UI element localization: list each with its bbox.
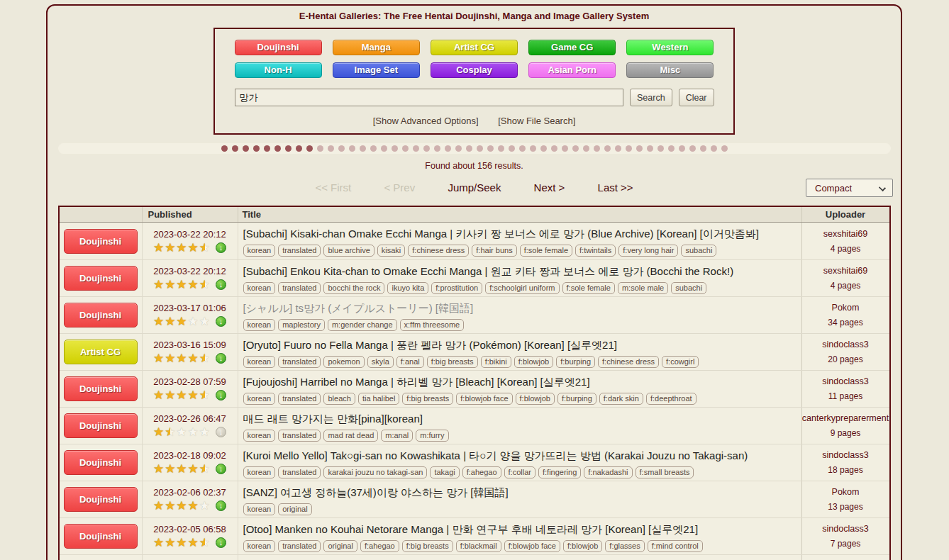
- page-dot[interactable]: [274, 145, 281, 152]
- last-page-link[interactable]: Last >>: [598, 181, 633, 194]
- category-badge[interactable]: Artist CG: [64, 340, 138, 364]
- category-button-artist-cg[interactable]: Artist CG: [431, 40, 518, 55]
- page-dot[interactable]: [551, 145, 557, 152]
- uploader-link[interactable]: Pokom: [832, 487, 860, 497]
- page-dot[interactable]: [360, 145, 366, 152]
- page-dot[interactable]: [434, 145, 440, 152]
- page-dot[interactable]: [711, 145, 717, 152]
- page-dot[interactable]: [604, 145, 611, 152]
- page-dot[interactable]: [498, 145, 504, 152]
- category-button-western[interactable]: Western: [626, 40, 714, 55]
- page-dot[interactable]: [349, 145, 355, 152]
- page-dot[interactable]: [264, 145, 270, 152]
- download-icon[interactable]: ↓: [216, 242, 226, 253]
- download-icon[interactable]: ↓: [216, 390, 226, 401]
- show-file-search-link[interactable]: [Show File Search]: [498, 116, 575, 126]
- page-dot[interactable]: [572, 145, 579, 152]
- gallery-title-link[interactable]: [SANZ] 여고생 정하늘(37세)이랑 야스하는 망가 [韓国語]: [243, 486, 799, 500]
- page-dot[interactable]: [253, 145, 260, 152]
- page-dot[interactable]: [519, 145, 526, 152]
- page-dot[interactable]: [466, 145, 472, 152]
- page-dot[interactable]: [232, 145, 238, 152]
- category-button-non-h[interactable]: Non-H: [235, 62, 322, 78]
- uploader-link[interactable]: canterkypreparerment: [802, 413, 889, 423]
- page-dot[interactable]: [392, 145, 398, 152]
- page-dot[interactable]: [328, 145, 334, 152]
- page-dot[interactable]: [509, 145, 515, 152]
- page-dot[interactable]: [689, 145, 696, 152]
- search-button[interactable]: Search: [630, 89, 672, 106]
- category-button-doujinshi[interactable]: Doujinshi: [235, 40, 322, 55]
- page-dot[interactable]: [615, 145, 621, 152]
- page-dot[interactable]: [285, 145, 292, 152]
- category-badge[interactable]: Doujinshi: [64, 229, 138, 254]
- category-badge[interactable]: Doujinshi: [64, 303, 138, 327]
- page-dot[interactable]: [243, 145, 249, 152]
- jump-seek-link[interactable]: Jump/Seek: [448, 181, 501, 194]
- gallery-title-link[interactable]: [Fujoujoshi] Harribel no Manga | 하리벨 망가 …: [243, 376, 799, 389]
- gallery-title-link[interactable]: [Subachi] Enkou Kita-chan to Omake Ecchi…: [243, 265, 799, 279]
- gallery-title-link[interactable]: [Subachi] Kisaki-chan Omake Ecchi Manga …: [243, 228, 799, 241]
- category-button-cosplay[interactable]: Cosplay: [431, 62, 518, 78]
- page-dot[interactable]: [647, 145, 653, 152]
- page-dot[interactable]: [455, 145, 462, 152]
- page-dot[interactable]: [562, 145, 568, 152]
- page-dot[interactable]: [423, 145, 430, 152]
- page-dot[interactable]: [221, 145, 228, 152]
- page-dot[interactable]: [306, 145, 313, 152]
- page-dot[interactable]: [487, 145, 494, 152]
- category-button-manga[interactable]: Manga: [333, 40, 420, 55]
- page-dot[interactable]: [445, 145, 451, 152]
- page-dot[interactable]: [679, 145, 685, 152]
- category-badge[interactable]: Doujinshi: [64, 376, 138, 401]
- uploader-link[interactable]: sexshitai69: [823, 229, 868, 239]
- uploader-link[interactable]: sindoclass3: [822, 340, 868, 349]
- clear-button[interactable]: Clear: [679, 89, 714, 106]
- category-button-game-cg[interactable]: Game CG: [528, 40, 616, 55]
- next-page-link[interactable]: Next >: [534, 181, 565, 194]
- download-icon[interactable]: ↓: [216, 500, 226, 511]
- page-dot[interactable]: [370, 145, 377, 152]
- category-badge[interactable]: Doujinshi: [64, 450, 138, 475]
- page-dot[interactable]: [381, 145, 387, 152]
- download-icon[interactable]: ↓: [216, 537, 226, 548]
- download-icon[interactable]: ↓: [216, 464, 226, 474]
- page-dot[interactable]: [413, 145, 419, 152]
- category-badge[interactable]: Doujinshi: [64, 524, 138, 549]
- search-input[interactable]: [235, 89, 624, 106]
- category-badge[interactable]: Doujinshi: [64, 413, 138, 438]
- page-dot[interactable]: [530, 145, 536, 152]
- gallery-title-link[interactable]: [Kuroi Mello Yello] Tak○gi-san no Kowash…: [243, 449, 799, 463]
- page-dot[interactable]: [402, 145, 409, 152]
- download-icon[interactable]: ↓: [216, 353, 226, 364]
- page-dot[interactable]: [626, 145, 632, 152]
- category-button-image-set[interactable]: Image Set: [333, 62, 420, 78]
- page-dot[interactable]: [338, 145, 345, 152]
- gallery-title-link[interactable]: [Oryuto] Fuuro no Fella Manga | 풍란 펠라 망가…: [243, 339, 799, 352]
- page-dot[interactable]: [583, 145, 589, 152]
- page-dot[interactable]: [668, 145, 675, 152]
- gallery-title-link[interactable]: [Otoo] Manken no Kouhai Netorare Manga |…: [243, 523, 799, 537]
- download-icon[interactable]: ↓: [216, 279, 226, 290]
- category-button-misc[interactable]: Misc: [626, 62, 714, 78]
- gallery-title-link[interactable]: 매드 래트 망가지는 만화[pina][korean]: [243, 413, 799, 426]
- page-dot[interactable]: [700, 145, 706, 152]
- uploader-link[interactable]: sexshitai69: [823, 266, 868, 276]
- uploader-link[interactable]: Pokom: [832, 303, 860, 313]
- page-dot[interactable]: [540, 145, 547, 152]
- page-dot[interactable]: [594, 145, 600, 152]
- page-dot[interactable]: [721, 145, 728, 152]
- category-badge[interactable]: Doujinshi: [64, 487, 138, 512]
- page-dot[interactable]: [657, 145, 664, 152]
- page-dot[interactable]: [317, 145, 323, 152]
- download-icon[interactable]: ↓: [216, 316, 226, 327]
- show-advanced-options-link[interactable]: [Show Advanced Options]: [373, 116, 479, 126]
- uploader-link[interactable]: sindoclass3: [822, 376, 868, 386]
- page-dot[interactable]: [296, 145, 302, 152]
- page-dot[interactable]: [636, 145, 643, 152]
- gallery-title-link[interactable]: [シャルル] ts망가 (メイプルストーリー) [韓国語]: [243, 302, 799, 315]
- page-dot[interactable]: [477, 145, 483, 152]
- uploader-link[interactable]: sindoclass3: [822, 524, 868, 534]
- category-badge[interactable]: Doujinshi: [64, 266, 138, 291]
- display-mode-select[interactable]: Compact: [806, 179, 892, 196]
